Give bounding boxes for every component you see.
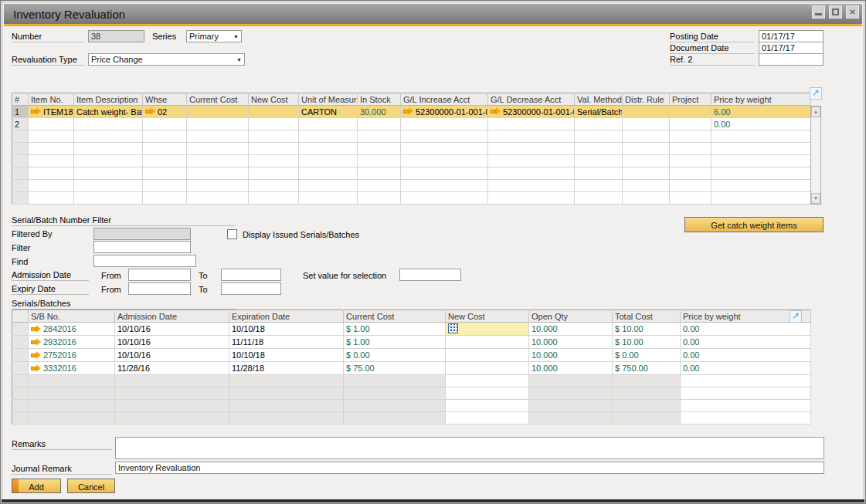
- price-by-weight-cell[interactable]: [681, 387, 811, 400]
- new-cost-cell[interactable]: [249, 106, 299, 118]
- scroll-up-icon[interactable]: [811, 107, 820, 117]
- expand-form-icon[interactable]: [810, 87, 822, 100]
- new-cost-cell[interactable]: [446, 387, 529, 400]
- admission-date-cell[interactable]: 10/10/16: [115, 323, 229, 336]
- set-value-field[interactable]: [399, 269, 461, 281]
- row-selector[interactable]: 1: [12, 106, 29, 118]
- item-description-cell[interactable]: Catch weight- Batch: [74, 106, 143, 118]
- gl-decrease-cell[interactable]: 52300000-01-001-01: [488, 106, 575, 118]
- maximize-button[interactable]: [829, 5, 842, 19]
- expiry-from-field[interactable]: [128, 282, 191, 295]
- total-cost-cell[interactable]: $ 0.00: [613, 349, 681, 362]
- items-table-scrollbar[interactable]: [810, 106, 821, 205]
- gl-increase-cell[interactable]: [401, 118, 488, 130]
- gl-increase-cell[interactable]: 52300000-01-001-01: [401, 106, 488, 118]
- project-cell[interactable]: [670, 118, 711, 130]
- add-button[interactable]: Add: [12, 479, 61, 493]
- total-cost-cell[interactable]: $ 10.00: [613, 336, 681, 349]
- price-by-weight-cell[interactable]: 6.00: [711, 106, 811, 118]
- scroll-down-icon[interactable]: [811, 193, 820, 204]
- expiration-date-cell[interactable]: 10/10/18: [229, 349, 344, 362]
- current-cost-cell[interactable]: $ 75.00: [344, 362, 446, 375]
- row-selector[interactable]: 2: [12, 118, 29, 130]
- expiration-date-cell[interactable]: 11/11/18: [229, 336, 344, 349]
- expiry-to-field[interactable]: [221, 282, 281, 295]
- item-description-cell[interactable]: [74, 118, 143, 130]
- sb-no-cell[interactable]: 2932016: [29, 336, 115, 349]
- admission-to-field[interactable]: [221, 269, 281, 281]
- row-selector[interactable]: [12, 180, 29, 192]
- title-bar[interactable]: Inventory Revaluation: [4, 4, 862, 24]
- display-issued-checkbox[interactable]: [227, 229, 237, 239]
- new-cost-cell[interactable]: [446, 336, 529, 349]
- sb-no-cell[interactable]: 3332016: [29, 362, 115, 375]
- filter-field[interactable]: [93, 241, 191, 253]
- link-arrow-icon[interactable]: [31, 365, 41, 372]
- row-selector[interactable]: [12, 362, 29, 375]
- document-date-field[interactable]: [759, 42, 824, 54]
- open-qty-cell[interactable]: 10.000: [529, 349, 613, 362]
- current-cost-cell[interactable]: $ 1.00: [344, 336, 446, 349]
- expiration-date-cell[interactable]: 10/10/18: [229, 323, 344, 336]
- price-by-weight-cell[interactable]: [681, 412, 811, 425]
- uom-cell[interactable]: CARTON: [299, 106, 358, 118]
- admission-date-cell[interactable]: 10/10/16: [115, 349, 229, 362]
- open-qty-cell[interactable]: 10.000: [529, 362, 613, 375]
- row-selector[interactable]: [12, 336, 29, 349]
- admission-date-cell[interactable]: 10/10/16: [115, 336, 229, 349]
- in-stock-cell[interactable]: [358, 118, 401, 130]
- new-cost-cell[interactable]: [446, 412, 529, 425]
- number-field[interactable]: [88, 30, 144, 42]
- get-catch-weight-items-button[interactable]: Get catch weight items: [684, 217, 824, 232]
- admission-date-cell[interactable]: 11/28/16: [115, 362, 229, 375]
- current-cost-cell[interactable]: $ 1.00: [344, 323, 446, 336]
- whse-cell[interactable]: 02: [143, 106, 187, 118]
- new-cost-cell[interactable]: [446, 323, 529, 336]
- expiration-date-cell[interactable]: 11/28/18: [229, 362, 344, 375]
- remarks-field[interactable]: [115, 437, 824, 459]
- minimize-button[interactable]: [812, 5, 825, 19]
- gl-decrease-cell[interactable]: [488, 118, 575, 130]
- row-selector[interactable]: [12, 349, 29, 362]
- link-arrow-icon[interactable]: [31, 326, 41, 333]
- current-cost-cell[interactable]: $ 0.00: [344, 349, 446, 362]
- link-arrow-icon[interactable]: [31, 108, 41, 115]
- price-by-weight-cell[interactable]: 0.00: [681, 362, 811, 375]
- row-selector[interactable]: [12, 167, 29, 180]
- cancel-button[interactable]: Cancel: [67, 479, 115, 493]
- item-no-cell[interactable]: ITEM18: [29, 106, 74, 118]
- open-qty-cell[interactable]: 10.000: [529, 323, 613, 336]
- expand-form-icon[interactable]: [790, 310, 802, 323]
- open-qty-cell[interactable]: 10.000: [529, 336, 613, 349]
- new-cost-cell[interactable]: [446, 400, 529, 412]
- close-button[interactable]: ✕: [846, 5, 859, 19]
- price-by-weight-cell[interactable]: 0.00: [681, 336, 811, 349]
- sb-no-cell[interactable]: 2842016: [29, 323, 115, 336]
- link-arrow-icon[interactable]: [491, 108, 501, 115]
- row-selector[interactable]: [12, 143, 29, 155]
- row-selector[interactable]: [12, 155, 29, 167]
- total-cost-cell[interactable]: $ 10.00: [613, 323, 681, 336]
- current-cost-cell[interactable]: [187, 118, 249, 130]
- distr-rule-cell[interactable]: [623, 106, 670, 118]
- price-by-weight-cell[interactable]: [681, 375, 811, 387]
- journal-remark-field[interactable]: [115, 462, 824, 474]
- uom-cell[interactable]: [299, 118, 358, 130]
- new-cost-cell[interactable]: [249, 118, 299, 130]
- total-cost-cell[interactable]: $ 750.00: [613, 362, 681, 375]
- price-by-weight-cell[interactable]: 0.00: [711, 118, 811, 130]
- calculator-icon[interactable]: [448, 323, 458, 333]
- current-cost-cell[interactable]: [187, 106, 249, 118]
- whse-cell[interactable]: [143, 118, 187, 130]
- row-selector[interactable]: [12, 323, 29, 336]
- new-cost-cell[interactable]: [446, 362, 529, 375]
- revaluation-type-dropdown[interactable]: Price Change: [88, 53, 245, 66]
- row-selector[interactable]: [12, 192, 29, 205]
- find-field[interactable]: [93, 255, 196, 267]
- val-method-cell[interactable]: [575, 118, 623, 130]
- new-cost-cell[interactable]: [446, 349, 529, 362]
- price-by-weight-cell[interactable]: [681, 400, 811, 412]
- ref2-field[interactable]: [759, 53, 824, 66]
- row-selector[interactable]: [12, 130, 29, 143]
- filtered-by-field[interactable]: [93, 228, 191, 240]
